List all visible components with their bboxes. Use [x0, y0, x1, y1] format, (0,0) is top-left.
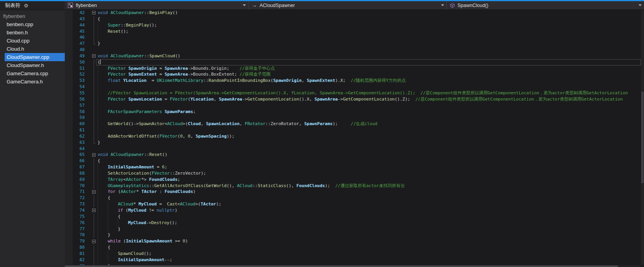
line-number: 69 [73, 177, 90, 183]
indent-guide [98, 28, 108, 35]
fold-collapse-box[interactable] [90, 189, 98, 195]
code-line-54[interactable]: 54 [73, 84, 641, 90]
code-line-66[interactable]: 66{ [73, 158, 641, 164]
method-cube-icon [450, 3, 455, 8]
code-line-60[interactable]: 60GetWorld()->SpawnActor<ACloud>(Cloud, … [73, 121, 641, 127]
code-line-77[interactable]: 77} [73, 226, 641, 232]
chevron-down-icon[interactable] [243, 4, 246, 6]
vertical-scrollbar[interactable] [641, 10, 644, 265]
type-dropdown[interactable]: → ACloudSpawner [249, 1, 447, 9]
fold-collapse-box[interactable] [90, 152, 98, 158]
code-line-47[interactable]: 47} [73, 41, 641, 47]
code-line-63[interactable]: 63} [73, 140, 641, 146]
sidebar-group-label[interactable]: flybenben [0, 12, 65, 20]
code-line-82[interactable]: 82InitialSpawnAmount--; [73, 257, 641, 263]
code-line-43[interactable]: 43{ [73, 16, 641, 22]
code-line-53[interactable]: 53float YLocation = UKismetMathLibrary::… [73, 78, 641, 84]
collapse-minus-icon[interactable] [92, 240, 96, 243]
horizontal-scrollbar-thumb[interactable] [65, 265, 618, 267]
fold-collapse-box[interactable] [90, 10, 98, 16]
indent-guide [118, 220, 128, 226]
code-text [98, 84, 641, 90]
horizontal-scrollbar[interactable] [65, 265, 641, 267]
fold-collapse-box[interactable] [90, 53, 98, 59]
outline-margin [90, 170, 98, 177]
collapse-minus-icon[interactable] [92, 54, 96, 58]
code-line-80[interactable]: 80{ [73, 244, 641, 251]
gear-icon[interactable]: ⚙ [24, 3, 28, 8]
chevron-down-icon[interactable] [441, 4, 444, 6]
collapse-minus-icon[interactable] [92, 209, 96, 212]
code-line-76[interactable]: 76MyCloud->Destroy(); [73, 220, 641, 226]
indent-guide [108, 207, 118, 214]
chevron-down-icon[interactable] [639, 4, 642, 6]
outline-margin [90, 96, 98, 103]
code-line-70[interactable]: 70UGameplayStatics::GetAllActorsOfClass(… [73, 183, 641, 189]
code-line-81[interactable]: 81SpawnCloud(); [73, 251, 641, 257]
code-line-65[interactable]: 65void ACloudSpawner::Reset() [73, 152, 641, 158]
code-line-69[interactable]: 69TArray<AActor*> FoundClouds; [73, 177, 641, 183]
code-line-55[interactable]: 55//FVector SpawnLocation = FVector(Spaw… [73, 90, 641, 96]
window-accent-line [0, 0, 644, 1]
code-line-74[interactable]: 74if (MyCloud != nullptr) [73, 207, 641, 214]
indent-guide [98, 226, 108, 232]
code-line-51[interactable]: 51FVector SpawnOrigin = SpawnArea->Bound… [73, 65, 641, 72]
indent-guide [98, 189, 108, 195]
code-line-68[interactable]: 68SetActorLocation(FVector::ZeroVector); [73, 170, 641, 177]
code-text: InitialSpawnAmount = 6; [98, 164, 641, 170]
line-number: 81 [73, 251, 90, 257]
code-line-52[interactable]: 52FVector SpawnExtent = SpawnArea->Bound… [73, 71, 641, 78]
code-line-58[interactable]: 58FActorSpawnParameters SpawnParams; [73, 109, 641, 115]
fold-collapse-box[interactable] [90, 207, 98, 214]
code-line-67[interactable]: 67InitialSpawnAmount = 6; [73, 164, 641, 170]
code-line-61[interactable]: 61 [73, 127, 641, 133]
project-dropdown[interactable]: flybenben [65, 1, 249, 9]
sidebar-item-Cloud-cpp[interactable]: Cloud.cpp [5, 37, 65, 45]
code-line-75[interactable]: 75{ [73, 214, 641, 220]
fold-collapse-box[interactable] [90, 238, 98, 244]
code-line-45[interactable]: 45Reset(); [73, 28, 641, 35]
code-line-71[interactable]: 71for (AActor* TActor : FoundClouds) [73, 189, 641, 195]
sidebar-item-benben-h[interactable]: benben.h [5, 28, 65, 37]
outline-margin [90, 78, 98, 84]
code-line-57[interactable]: 57 [73, 103, 641, 109]
member-dropdown[interactable]: SpawnCloud() [447, 1, 644, 9]
sidebar-item-benben-cpp[interactable]: benben.cpp [5, 20, 65, 28]
code-text: void ACloudSpawner::Reset() [98, 152, 641, 158]
sidebar-item-GameCamera-h[interactable]: GameCamera.h [5, 78, 65, 86]
code-line-46[interactable]: 46 [73, 34, 641, 41]
line-number: 66 [73, 158, 90, 164]
code-text [98, 34, 641, 41]
sidebar-item-CloudSpawner-cpp[interactable]: CloudSpawner.cpp [5, 53, 65, 61]
sidebar-item-CloudSpawner-h[interactable]: CloudSpawner.h [5, 61, 65, 69]
code-text: FVector SpawnOrigin = SpawnArea->Bounds.… [98, 65, 641, 72]
code-line-73[interactable]: 73ACloud* MyCloud = Cast<ACloud>(TActor)… [73, 201, 641, 207]
collapse-minus-icon[interactable] [92, 190, 96, 194]
code-line-42[interactable]: 42void ACloudSpawner::BeginPlay() [73, 10, 641, 16]
vertical-scrollbar-thumb[interactable] [641, 92, 644, 183]
collapse-minus-icon[interactable] [92, 153, 96, 157]
code-line-59[interactable]: 59 [73, 115, 641, 121]
collapse-minus-icon[interactable] [92, 11, 96, 14]
code-line-62[interactable]: 62AddActorWorldOffset(FVector(0, 0, Spaw… [73, 133, 641, 140]
code-line-78[interactable]: 78} [73, 232, 641, 238]
navigation-bar: flybenben → ACloudSpawner SpawnCloud() [65, 1, 644, 10]
breakpoint-margin[interactable] [65, 10, 73, 267]
sidebar-item-Cloud-h[interactable]: Cloud.h [5, 45, 65, 53]
line-number: 73 [73, 201, 90, 207]
code-line-56[interactable]: 56FVector SpawnLocation = FVector(YLocat… [73, 96, 641, 103]
code-line-44[interactable]: 44Super::BeginPlay(); [73, 22, 641, 28]
code-line-49[interactable]: 49void ACloudSpawner::SpawnCloud() [73, 53, 641, 59]
sidebar-item-GameCamera-cpp[interactable]: GameCamera.cpp [5, 69, 65, 78]
line-number: 71 [73, 189, 90, 195]
code-line-72[interactable]: 72{ [73, 195, 641, 201]
indent-guide [98, 84, 108, 90]
code-line-50[interactable]: 50{ [73, 59, 641, 65]
code-editor[interactable]: 42void ACloudSpawner::BeginPlay()43{44Su… [65, 10, 644, 267]
line-number: 45 [73, 28, 90, 35]
code-line-48[interactable]: 48 [73, 47, 641, 53]
line-number: 50 [73, 59, 90, 65]
code-line-79[interactable]: 79while (InitialSpawnAmount >= 0) [73, 238, 641, 244]
outline-margin [90, 164, 98, 170]
code-line-64[interactable]: 64 [73, 146, 641, 152]
